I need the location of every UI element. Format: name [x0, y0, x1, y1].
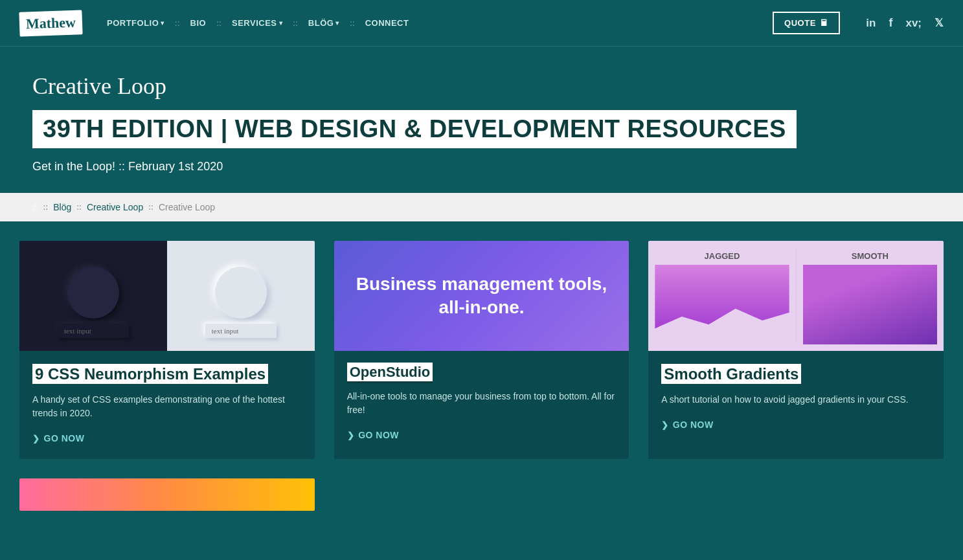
blog-dropdown-icon: ▾	[335, 19, 339, 27]
social-links: in f xv; 𝕏	[866, 16, 944, 30]
card-gradient-desc: A short tutorial on how to avoid jagged …	[661, 393, 931, 407]
card-partial-bottom	[19, 478, 315, 511]
breadcrumb: ⌂ :: Blög :: Creative Loop :: Creative L…	[0, 193, 963, 221]
nav-sep-1: ::	[174, 18, 181, 28]
arrow-icon-gradient: ❯	[661, 420, 669, 430]
card-openstudio-title: OpenStudio	[347, 363, 433, 383]
nav-sep-4: ::	[348, 18, 356, 28]
breadcrumb-creative-loop[interactable]: Creative Loop	[87, 202, 143, 212]
card-neumorphism-body: 9 CSS Neumorphism Examples A handy set o…	[19, 351, 315, 459]
grad-jagged-box	[655, 265, 789, 344]
twitter-icon[interactable]: 𝕏	[935, 16, 944, 30]
nav-portfolio[interactable]: PORTFOLIO ▾	[102, 16, 170, 30]
home-icon[interactable]: ⌂	[32, 202, 38, 212]
card-openstudio-image: Business management tools, all-in-one.	[334, 241, 629, 351]
card-openstudio-link[interactable]: ❯ GO NOW	[347, 430, 617, 440]
pinterest-icon[interactable]: xv;	[905, 17, 922, 30]
card-neumorphism-desc: A handy set of CSS examples demonstratin…	[32, 393, 302, 420]
services-dropdown-icon: ▾	[279, 19, 283, 27]
nav-sep-2: ::	[215, 18, 223, 28]
grad-smooth-visual	[803, 265, 937, 344]
breadcrumb-sep-2: ::	[76, 202, 82, 212]
facebook-icon[interactable]: f	[889, 16, 892, 30]
calculator-icon: 🖩	[820, 18, 829, 28]
card-openstudio-body: OpenStudio All-in-one tools to manage yo…	[334, 351, 629, 456]
breadcrumb-blog[interactable]: Blög	[53, 202, 71, 212]
nav-sep-3: ::	[291, 18, 299, 28]
neuro-light-side: text input	[167, 241, 315, 351]
hero-subtitle: Get in the Loop! :: February 1st 2020	[32, 160, 931, 174]
nav-connect[interactable]: CONNECT	[360, 16, 414, 30]
breadcrumb-current: Creative Loop	[159, 202, 215, 212]
grad-col-smooth: SMOOTH	[803, 247, 937, 344]
grad-jagged-visual	[655, 265, 789, 344]
card-openstudio: Business management tools, all-in-one. O…	[334, 241, 629, 459]
arrow-icon: ❯	[32, 434, 40, 443]
arrow-icon-openstudio: ❯	[347, 431, 355, 440]
hero-section: Creative Loop 39TH EDITION | WEB DESIGN …	[0, 47, 963, 193]
card-gradient-title: Smooth Gradients	[661, 364, 801, 384]
grad-divider	[796, 247, 797, 344]
content-grid: text input text input 9 CSS Neumorphism …	[0, 221, 963, 530]
grad-smooth-label: SMOOTH	[803, 247, 937, 265]
openstudio-headline: Business management tools, all-in-one.	[347, 273, 617, 320]
card-neumorphism-title: 9 CSS Neumorphism Examples	[32, 364, 268, 384]
hero-title: 39TH EDITION | WEB DESIGN & DEVELOPMENT …	[32, 110, 797, 148]
card-neumorphism: text input text input 9 CSS Neumorphism …	[19, 241, 315, 459]
main-nav: PORTFOLIO ▾ :: BIO :: SERVICES ▾ :: BLÖG…	[102, 16, 773, 30]
card-smooth-gradients: JAGGED SMOOTH Smooth Gradients A short t…	[648, 241, 944, 459]
card-gradient-image: JAGGED SMOOTH	[648, 241, 944, 351]
neuro-circle-dark	[67, 267, 119, 319]
portfolio-dropdown-icon: ▾	[161, 19, 164, 27]
card-neumorphism-link[interactable]: ❯ GO NOW	[32, 433, 302, 443]
nav-blog[interactable]: BLÖG ▾	[303, 16, 345, 30]
grad-col-jagged: JAGGED	[655, 247, 789, 344]
breadcrumb-sep-1: ::	[43, 202, 48, 212]
neuro-input-light: text input	[205, 324, 277, 338]
card-gradient-body: Smooth Gradients A short tutorial on how…	[648, 351, 944, 445]
breadcrumb-sep-3: ::	[148, 202, 153, 212]
partial-image	[19, 478, 315, 511]
quote-button[interactable]: QUOTE 🖩	[773, 12, 840, 34]
neuro-circle-light	[215, 267, 267, 319]
nav-services[interactable]: SERVICES ▾	[227, 16, 288, 30]
neuro-dark-side: text input	[19, 241, 167, 351]
card-neumorphism-image: text input text input	[19, 241, 315, 351]
card-openstudio-desc: All-in-one tools to manage your business…	[347, 390, 617, 417]
hero-category: Creative Loop	[32, 73, 931, 100]
linkedin-icon[interactable]: in	[866, 17, 876, 30]
grad-jagged-label: JAGGED	[655, 247, 789, 265]
nav-bio[interactable]: BIO	[185, 16, 212, 30]
neuro-input-dark: text input	[58, 324, 129, 338]
logo-text[interactable]: Mathew	[19, 10, 82, 36]
logo[interactable]: Mathew	[19, 11, 82, 36]
grad-smooth-box	[803, 265, 937, 344]
card-gradient-link[interactable]: ❯ GO NOW	[661, 420, 931, 430]
